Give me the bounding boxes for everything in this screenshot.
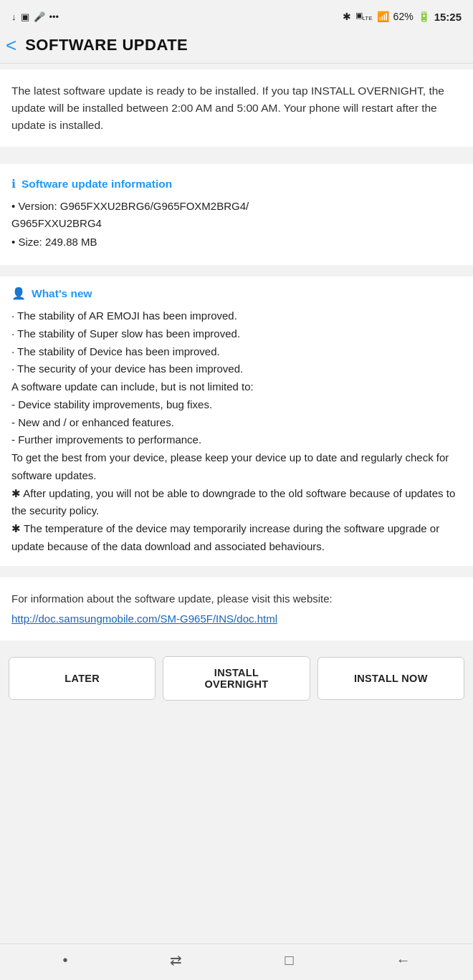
nav-dot-icon[interactable]: •: [62, 952, 67, 969]
later-button[interactable]: LATER: [9, 657, 156, 700]
status-bar: ↓ ▣ 🎤 ••• ✱ ▣LTE 📶 62% 🔋 15:25: [0, 0, 473, 30]
full-page: ↓ ▣ 🎤 ••• ✱ ▣LTE 📶 62% 🔋 15:25 < SOFTWAR…: [0, 0, 473, 980]
signal-icon: ▣LTE: [355, 11, 373, 21]
update-info-header: ℹ Software update information: [11, 177, 462, 191]
divider-1: [0, 153, 473, 158]
mic-icon: 🎤: [34, 11, 45, 22]
info-circle-icon: ℹ: [11, 177, 16, 191]
more-icon: •••: [49, 11, 59, 22]
notification-icon: ▣: [21, 11, 29, 22]
battery-pct: 62%: [393, 11, 414, 22]
page-title: SOFTWARE UPDATE: [25, 36, 188, 54]
version-info: • Version: G965FXXU2BRG6/G965FOXM2BRG4/ …: [11, 198, 462, 232]
size-info: • Size: 249.88 MB: [11, 234, 462, 251]
wifi-icon: 📶: [377, 11, 389, 22]
whats-new-label: What's new: [32, 287, 92, 300]
bottom-nav: • ⇄ □ ←: [0, 943, 473, 980]
status-left-icons: ↓ ▣ 🎤 •••: [11, 11, 59, 22]
update-info-section: ℹ Software update information • Version:…: [0, 164, 473, 265]
intro-section: The latest software update is ready to b…: [0, 69, 473, 147]
divider-3: [0, 566, 473, 572]
time-display: 15:25: [434, 11, 462, 23]
button-row: LATER INSTALL OVERNIGHT INSTALL NOW: [0, 646, 473, 711]
website-section: For information about the software updat…: [0, 577, 473, 640]
top-bar: < SOFTWARE UPDATE: [0, 30, 473, 64]
install-now-button[interactable]: INSTALL NOW: [317, 657, 464, 700]
update-info-label: Software update information: [22, 178, 172, 191]
website-link[interactable]: http://doc.samsungmobile.com/SM-G965F/IN…: [11, 612, 277, 625]
scroll-content: The latest software update is ready to b…: [0, 64, 473, 943]
divider-2: [0, 271, 473, 277]
nav-home-icon[interactable]: □: [285, 952, 293, 969]
whats-new-section: 👤 What's new · The stability of AR EMOJI…: [0, 277, 473, 566]
website-description: For information about the software updat…: [11, 590, 462, 607]
nav-back-icon[interactable]: ←: [396, 952, 411, 969]
bluetooth-icon: ✱: [343, 11, 351, 22]
status-right-icons: ✱ ▣LTE 📶 62% 🔋 15:25: [343, 11, 462, 23]
download-icon: ↓: [11, 11, 16, 22]
person-icon: 👤: [11, 287, 26, 300]
nav-recent-icon[interactable]: ⇄: [170, 951, 182, 969]
install-overnight-button[interactable]: INSTALL OVERNIGHT: [163, 656, 310, 701]
back-button[interactable]: <: [6, 36, 16, 54]
whats-new-header: 👤 What's new: [11, 287, 462, 300]
intro-text: The latest software update is ready to b…: [11, 82, 462, 134]
battery-icon: 🔋: [418, 11, 430, 22]
whats-new-text: · The stability of AR EMOJI has been imp…: [11, 307, 462, 556]
